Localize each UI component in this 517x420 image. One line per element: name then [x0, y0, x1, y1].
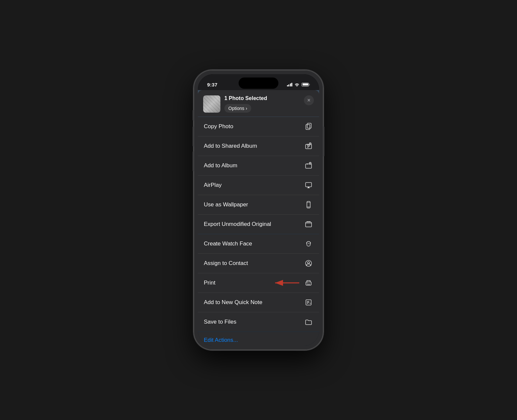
copy-icon [304, 122, 313, 131]
share-sheet-header: 1 Photo Selected Options › × [198, 90, 319, 117]
files-icon [304, 317, 313, 327]
status-time: 9:37 [207, 82, 217, 87]
contact-icon [304, 259, 313, 268]
airplay-label: AirPlay [204, 182, 222, 188]
svg-rect-32 [307, 284, 310, 285]
menu-item-add-quick-note[interactable]: Add to New Quick Note [198, 293, 319, 312]
svg-rect-0 [307, 123, 311, 128]
print-icon [304, 278, 313, 288]
svg-point-3 [308, 147, 309, 148]
dynamic-island [239, 78, 278, 89]
status-bar: 9:37 [198, 74, 319, 90]
album-icon [304, 161, 313, 170]
red-arrow-annotation [271, 277, 301, 289]
svg-rect-16 [306, 183, 312, 187]
close-icon: × [307, 97, 310, 103]
signal-icon [287, 83, 293, 86]
share-header-info: 1 Photo Selected Options › [224, 95, 300, 113]
volume-up-button [193, 127, 194, 146]
svg-point-30 [308, 262, 310, 264]
menu-item-export-original[interactable]: Export Unmodified Original [198, 215, 319, 234]
copy-photo-label: Copy Photo [204, 123, 233, 130]
photo-thumbnail [203, 95, 220, 113]
create-watch-face-label: Create Watch Face [204, 240, 252, 247]
mute-button [193, 110, 194, 121]
wifi-icon [294, 82, 300, 86]
watch-icon [304, 239, 313, 248]
add-shared-album-label: Add to Shared Album [204, 143, 257, 149]
note-icon [304, 298, 313, 307]
export-original-label: Export Unmodified Original [204, 221, 271, 228]
svg-point-20 [308, 207, 309, 208]
airplay-icon [304, 181, 313, 190]
wallpaper-icon [304, 200, 313, 209]
menu-item-create-watch-face[interactable]: Create Watch Face [198, 234, 319, 254]
edit-actions-section: Edit Actions... [198, 332, 319, 346]
menu-section-2: Create Watch Face [198, 234, 319, 332]
phone-shell: 9:37 [194, 70, 323, 350]
use-wallpaper-label: Use as Wallpaper [204, 201, 248, 208]
options-label: Options [228, 106, 244, 111]
share-sheet: 1 Photo Selected Options › × Copy Photo [198, 90, 319, 346]
menu-item-add-shared-album[interactable]: Add to Shared Album [198, 136, 319, 156]
photo-count-label: 1 Photo Selected [224, 95, 300, 101]
svg-rect-1 [306, 125, 310, 130]
svg-rect-21 [306, 222, 312, 227]
menu-item-assign-contact[interactable]: Assign to Contact [198, 254, 319, 273]
menu-item-airplay[interactable]: AirPlay [198, 176, 319, 195]
menu-item-print[interactable]: Print [198, 273, 319, 293]
menu-item-add-album[interactable]: Add to Album [198, 156, 319, 176]
status-icons [287, 82, 310, 86]
menu-section-1: Copy Photo Add to Shared Album [198, 117, 319, 234]
add-album-label: Add to Album [204, 162, 237, 169]
svg-point-4 [308, 145, 310, 147]
export-icon [304, 220, 313, 229]
menu-item-use-wallpaper[interactable]: Use as Wallpaper [198, 195, 319, 215]
print-label: Print [204, 280, 215, 286]
edit-actions-button[interactable]: Edit Actions... [204, 337, 238, 343]
close-button[interactable]: × [304, 95, 314, 105]
battery-icon [302, 83, 310, 86]
svg-rect-10 [306, 164, 312, 168]
phone-screen: 9:37 [198, 74, 319, 346]
assign-contact-label: Assign to Contact [204, 260, 248, 267]
add-quick-note-label: Add to New Quick Note [204, 299, 262, 306]
options-button[interactable]: Options › [224, 104, 251, 113]
wallpaper-background: 1 Photo Selected Options › × Copy Photo [198, 90, 319, 346]
svg-point-33 [307, 283, 308, 283]
options-chevron-icon: › [246, 106, 247, 111]
power-button [323, 127, 324, 156]
menu-item-save-files[interactable]: Save to Files [198, 312, 319, 332]
volume-down-button [193, 151, 194, 171]
save-files-label: Save to Files [204, 319, 236, 325]
shared-album-icon [304, 141, 313, 151]
menu-item-copy-photo[interactable]: Copy Photo [198, 117, 319, 136]
